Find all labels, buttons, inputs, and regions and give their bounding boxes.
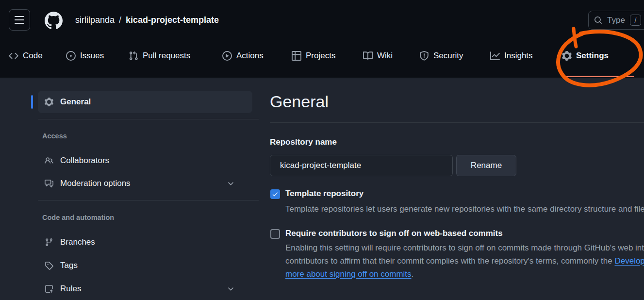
tab-actions[interactable]: Actions (222, 45, 264, 67)
issue-opened-icon (66, 51, 76, 61)
tab-label: Code (23, 51, 43, 61)
sidebar-item-branches[interactable]: Branches (38, 231, 252, 253)
gear-icon (45, 98, 53, 106)
sidebar-item-label: Moderation options (60, 179, 131, 188)
tag-icon (45, 261, 53, 270)
code-icon (9, 51, 18, 61)
rename-button[interactable]: Rename (456, 155, 516, 176)
signoff-learn-more-link[interactable]: more about signing off on commits (285, 269, 412, 279)
play-icon (222, 51, 232, 61)
slash-shortcut-key: / (630, 15, 641, 26)
signoff-label[interactable]: Require contributors to sign off on web-… (285, 229, 503, 238)
sidebar-item-tags[interactable]: Tags (38, 254, 252, 277)
table-icon (292, 51, 301, 61)
sidebar-section-access: Access (42, 132, 67, 140)
signoff-description-text: contributors to affirm that their commit… (285, 256, 614, 266)
signoff-description-line1: Enabling this setting will require contr… (285, 243, 644, 253)
breadcrumb-repo-link[interactable]: kicad-project-template (126, 15, 219, 25)
sidebar-section-code-and-automation: Code and automation (42, 214, 114, 221)
signoff-description-line2: contributors to affirm that their commit… (285, 256, 644, 266)
app-header: sirlilpanda / kicad-project-template Typ… (0, 0, 644, 78)
dco-link[interactable]: Developer Certificate of Origin (DCO). L… (614, 256, 644, 266)
breadcrumb: sirlilpanda / kicad-project-template (75, 0, 219, 40)
tab-label: Settings (576, 51, 609, 61)
repository-name-input[interactable] (270, 155, 453, 176)
sidebar-item-label: Collaborators (60, 156, 109, 166)
check-icon (272, 191, 279, 198)
repository-name-label: Repository name (270, 137, 337, 147)
tab-issues[interactable]: Issues (66, 45, 104, 67)
search-input[interactable]: Type / (588, 11, 644, 30)
tab-settings[interactable]: Settings (562, 45, 609, 67)
book-icon (363, 51, 373, 61)
tab-label: Actions (236, 51, 264, 61)
sidebar-item-general[interactable]: General (38, 91, 252, 113)
tab-pull-requests[interactable]: Pull requests (129, 45, 190, 67)
search-placeholder: Type (607, 16, 625, 25)
template-repository-description: Template repositories let users generate… (285, 204, 644, 214)
sidebar-divider (38, 200, 259, 200)
tab-label: Pull requests (143, 51, 190, 61)
sidebar-item-label: Rules (60, 284, 81, 294)
sidebar-item-collaborators[interactable]: Collaborators (38, 150, 252, 172)
tab-wiki[interactable]: Wiki (363, 45, 393, 67)
breadcrumb-separator: / (119, 15, 121, 25)
section-divider (270, 122, 644, 123)
signoff-description-line3: more about signing off on commits. (285, 269, 413, 279)
sidebar-divider (38, 119, 259, 119)
shield-icon (419, 51, 429, 61)
tab-label: Insights (504, 51, 533, 61)
people-icon (45, 156, 53, 165)
chevron-down-icon (227, 180, 235, 188)
breadcrumb-owner-link[interactable]: sirlilpanda (75, 15, 115, 25)
git-pull-request-icon (129, 51, 138, 61)
github-settings-page: sirlilpanda / kicad-project-template Typ… (0, 0, 644, 300)
tab-label: Issues (80, 51, 104, 61)
search-icon (594, 16, 602, 24)
active-tab-underline (562, 76, 634, 77)
sidebar-item-label: Branches (60, 237, 95, 247)
tab-label: Security (433, 51, 463, 61)
chevron-down-icon (227, 285, 235, 293)
github-logo-icon[interactable] (45, 12, 63, 30)
rules-icon (45, 284, 53, 293)
template-repository-label[interactable]: Template repository (285, 189, 363, 199)
tab-code[interactable]: Code (9, 45, 43, 67)
signoff-description-suffix: . (412, 269, 414, 279)
sidebar-item-moderation-options[interactable]: Moderation options (38, 172, 252, 195)
tab-security[interactable]: Security (419, 45, 463, 67)
sidebar-item-label: General (60, 97, 91, 107)
sidebar-item-rules[interactable]: Rules (38, 278, 252, 300)
hamburger-menu-button[interactable] (9, 9, 30, 31)
template-repository-checkbox[interactable] (270, 189, 280, 199)
page-title: General (270, 92, 329, 111)
comment-discussion-icon (45, 179, 53, 188)
tab-projects[interactable]: Projects (292, 45, 335, 67)
gear-icon (562, 51, 572, 61)
tab-insights[interactable]: Insights (490, 45, 533, 67)
sidebar-item-label: Tags (60, 261, 78, 270)
tab-label: Wiki (377, 51, 393, 61)
tab-label: Projects (306, 51, 335, 61)
git-branch-icon (45, 238, 53, 247)
graph-icon (490, 51, 500, 61)
selected-item-accent-bar (31, 95, 33, 109)
signoff-checkbox[interactable] (270, 229, 280, 239)
